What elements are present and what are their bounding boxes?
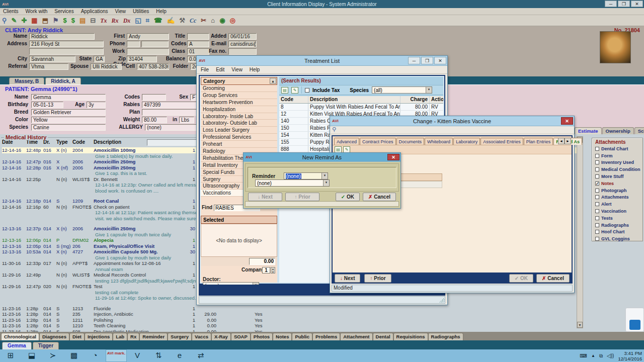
change-close-button[interactable]: ✕ bbox=[561, 117, 573, 125]
change-tab-associated-entries[interactable]: Associated Entries bbox=[480, 138, 523, 145]
change-tab-advanced[interactable]: Advanced bbox=[334, 138, 359, 145]
referral-field[interactable]: Vhma bbox=[29, 63, 68, 70]
remind-dialog-title-bar[interactable]: AVI New Remind As ✕ bbox=[244, 153, 400, 162]
calendar-icon[interactable]: ▦ bbox=[31, 16, 37, 26]
category-loss-leader-surgery[interactable]: Loss Leader Surgery bbox=[201, 127, 277, 134]
attachment-item-attachments[interactable]: Attachments bbox=[595, 194, 642, 201]
checkbox-icon[interactable] bbox=[595, 174, 599, 178]
search-icon[interactable]: ⚲ bbox=[332, 126, 336, 132]
change-tab-contract-prices[interactable]: Contract Prices bbox=[360, 138, 396, 145]
new-item-icon[interactable]: ▤ bbox=[281, 87, 288, 94]
plan-field[interactable] bbox=[142, 109, 204, 116]
result-col-description[interactable]: Description bbox=[308, 96, 400, 103]
graduation-cap-icon[interactable]: ⌂ bbox=[211, 16, 215, 26]
e-mail-field[interactable]: canisdirus@r bbox=[228, 41, 257, 47]
category-hospitalization[interactable]: Hospitalization bbox=[201, 106, 277, 113]
menu-services[interactable]: Services bbox=[54, 9, 73, 14]
history-tab-x-ray[interactable]: X-Ray bbox=[211, 333, 231, 340]
cancel-button[interactable]: ✗ Cancel bbox=[536, 274, 570, 283]
monitor-search-icon[interactable]: ◱ bbox=[135, 16, 141, 26]
title-field[interactable] bbox=[187, 33, 209, 40]
field-field[interactable] bbox=[141, 41, 169, 47]
volume-icon[interactable]: ◁)) bbox=[607, 353, 614, 358]
result-row[interactable]: 8Puppy Visit With Rabies And Fecal To An… bbox=[279, 104, 443, 111]
remind-next-button[interactable]: ↓ Next bbox=[248, 193, 282, 201]
tools-icon[interactable]: ✂ bbox=[201, 16, 206, 26]
sync-app-icon[interactable]: ⇅ bbox=[148, 349, 169, 362]
resize-grip[interactable] bbox=[439, 298, 444, 303]
menu-applications[interactable]: Applications bbox=[81, 9, 108, 14]
treatment-list-title-bar[interactable]: AVI Treatment List ─ ❐ ✕ bbox=[197, 56, 447, 66]
zip-code-field[interactable]: 31404 bbox=[127, 56, 157, 62]
remind-close-button[interactable]: ✕ bbox=[387, 154, 399, 160]
tl-menu-help[interactable]: Help bbox=[250, 67, 260, 72]
history-scrollbar[interactable]: ▲ ▼ bbox=[577, 136, 583, 328]
result-col-action-c[interactable]: Action C bbox=[430, 96, 443, 103]
tl-maximize-button[interactable]: ❐ bbox=[421, 57, 433, 64]
checkbox-icon[interactable] bbox=[595, 189, 599, 193]
description-filter-input[interactable] bbox=[147, 139, 197, 146]
patient-photo[interactable] bbox=[600, 31, 631, 63]
show-hidden-icons[interactable]: ▲ bbox=[591, 353, 595, 358]
patient-tab-gemma[interactable]: Gemma bbox=[2, 342, 32, 349]
history-tab-lab[interactable]: Lab bbox=[113, 333, 127, 340]
field-field[interactable] bbox=[29, 48, 104, 55]
minimize-button[interactable]: ─ bbox=[605, 1, 617, 7]
clock[interactable]: 3:41 PM12/14/2016 bbox=[618, 350, 642, 361]
diagnoses-dx-icon[interactable]: Dx bbox=[123, 16, 131, 26]
close-button[interactable]: ✕ bbox=[631, 1, 643, 7]
attachment-item-notes[interactable]: ✓Notes bbox=[595, 180, 642, 187]
menu-view[interactable]: View bbox=[115, 9, 126, 14]
search-icon[interactable]: ⚲ bbox=[2, 16, 7, 26]
result-col-code[interactable]: Code bbox=[279, 96, 308, 103]
change-tab-documents[interactable]: Documents bbox=[396, 138, 425, 145]
history-tab-photos[interactable]: Photos bbox=[251, 333, 273, 340]
edit-item-icon[interactable]: ✎ bbox=[291, 87, 298, 94]
history-tab-problems[interactable]: Problems bbox=[312, 333, 340, 340]
include-tax-checkbox[interactable] bbox=[305, 88, 309, 93]
phone-icon[interactable]: ☎ bbox=[154, 16, 162, 26]
attachment-item-dental-chart[interactable]: Dental Chart bbox=[595, 145, 642, 152]
printer-icon[interactable]: ⊟ bbox=[90, 16, 96, 26]
category-proheart[interactable]: Proheart bbox=[201, 141, 277, 148]
checkbox-icon[interactable] bbox=[595, 202, 599, 206]
city-field[interactable]: Savannah bbox=[29, 56, 75, 62]
change-tab-laboratory[interactable]: Laboratory bbox=[453, 138, 480, 145]
menu-utilities[interactable]: Utilities bbox=[133, 9, 149, 14]
rabies-field[interactable]: 497399 bbox=[142, 102, 204, 108]
side-tab-schedule[interactable]: Schedule bbox=[634, 127, 644, 134]
category-laboratory-inside-lab[interactable]: Laboratory- Inside Lab bbox=[201, 113, 277, 120]
spouse-field[interactable]: Ulli Riddick bbox=[91, 63, 122, 70]
menu-help[interactable]: Help bbox=[156, 9, 167, 14]
tab-scroll-right-icon[interactable]: ► bbox=[565, 138, 571, 144]
side-tab-estimate[interactable]: Estimate bbox=[575, 127, 602, 134]
category-professional-services[interactable]: Professional Services bbox=[201, 134, 277, 141]
company-spinner[interactable]: ▲▼ bbox=[271, 267, 275, 274]
checkbox-icon[interactable] bbox=[595, 209, 599, 213]
checkbox-icon[interactable] bbox=[595, 230, 599, 234]
client-tab-riddick-a[interactable]: Riddick, A bbox=[45, 77, 81, 84]
tl-close-button[interactable]: ✕ bbox=[434, 57, 446, 64]
name-field[interactable]: Riddick bbox=[29, 33, 95, 40]
history-tab-reminder[interactable]: Reminder bbox=[139, 333, 168, 340]
added-field[interactable]: 06/01/16 bbox=[228, 33, 257, 40]
next-button[interactable]: ↓ Next bbox=[335, 274, 360, 283]
category-group-services[interactable]: Group Services bbox=[201, 92, 277, 99]
history-tab-vaccs[interactable]: Vaccs bbox=[192, 333, 211, 340]
wrench-icon[interactable]: ⚒ bbox=[179, 16, 185, 26]
history-tab-injections[interactable]: Injections bbox=[85, 333, 113, 340]
checkbox-icon[interactable] bbox=[595, 223, 599, 227]
vet-app-icon[interactable]: V bbox=[127, 349, 148, 362]
first-field[interactable]: Andy bbox=[127, 33, 169, 40]
new-record-icon[interactable]: ✚ bbox=[21, 16, 27, 26]
attachment-item-vaccination[interactable]: Vaccination bbox=[595, 208, 642, 215]
notification-popup[interactable] bbox=[625, 308, 644, 332]
category-grooming[interactable]: Grooming bbox=[201, 85, 277, 92]
reminder-dropdown-2[interactable]: (none) ▼ bbox=[255, 179, 330, 187]
tab-scroll-left-icon[interactable]: ◄ bbox=[558, 138, 565, 144]
coin-icon[interactable]: ◉ bbox=[219, 16, 225, 26]
patient-tab-tigger[interactable]: Tigger bbox=[33, 342, 59, 349]
history-row[interactable]: 11-23-161:28p014S1210Teeth Cleaning10.00… bbox=[2, 323, 581, 329]
chrome-icon[interactable]: ◔ bbox=[85, 349, 106, 362]
whiteboard-flag-icon[interactable]: ⚑ bbox=[53, 16, 59, 26]
